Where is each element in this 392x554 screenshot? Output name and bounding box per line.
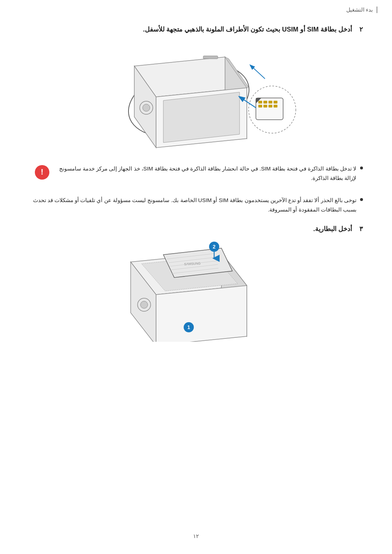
step-2-text: أدخل بطاقة SIM أو USIM بحيث تكون الأطراف… (143, 26, 352, 33)
svg-rect-12 (264, 105, 267, 107)
note-1-text-group: لا تدخل بطاقة الذاكرة في فتحة بطاقة SIM.… (50, 164, 363, 188)
step-2: ٢ أدخل بطاقة SIM أو USIM بحيث تكون الأطر… (29, 25, 363, 153)
page-number: ١٢ (0, 533, 392, 539)
step-3-title: ٣ أدخل البطارية. (29, 225, 363, 233)
page-header: بدء التشغيل (346, 7, 377, 13)
sim-illustration (94, 41, 298, 153)
svg-rect-8 (264, 101, 267, 103)
svg-point-29 (140, 301, 148, 308)
step-2-number: ٢ (359, 26, 363, 33)
step-3-text: أدخل البطارية. (313, 225, 352, 233)
note-2-item: توخى بالغ الحذر ألا تفقد أو تدع الآخرين … (29, 196, 363, 214)
note-1-item: لا تدخل بطاقة الذاكرة في فتحة بطاقة SIM.… (50, 164, 363, 182)
svg-rect-13 (269, 105, 272, 107)
battery-illustration-container: SAMSUNG 1 2 (29, 240, 363, 342)
svg-rect-14 (274, 105, 277, 107)
step-3: ٣ أدخل البطارية. SAM (29, 225, 363, 342)
note-1-bullet (360, 167, 363, 169)
note-1-container: لا تدخل بطاقة الذاكرة في فتحة بطاقة SIM.… (29, 164, 363, 188)
svg-rect-7 (258, 101, 262, 103)
header-label: بدء التشغيل (346, 7, 373, 13)
note-2-bullet (360, 198, 363, 201)
warning-icon: ! (34, 165, 50, 180)
battery-illustration: SAMSUNG 1 2 (102, 240, 290, 342)
note-2-text: توخى بالغ الحذر ألا تفقد أو تدع الآخرين … (29, 196, 356, 214)
notes-section: لا تدخل بطاقة الذاكرة في فتحة بطاقة SIM.… (29, 164, 363, 214)
sim-illustration-container (29, 41, 363, 153)
step-3-number: ٣ (359, 225, 363, 233)
svg-rect-11 (258, 105, 262, 107)
svg-rect-10 (274, 101, 277, 103)
svg-rect-9 (269, 101, 272, 103)
svg-rect-3 (203, 56, 218, 59)
svg-text:1: 1 (187, 324, 190, 330)
step-2-title: ٢ أدخل بطاقة SIM أو USIM بحيث تكون الأطر… (29, 25, 363, 33)
svg-text:!: ! (41, 167, 43, 176)
note-1-text: لا تدخل بطاقة الذاكرة في فتحة بطاقة SIM.… (50, 164, 356, 182)
svg-point-2 (143, 104, 150, 111)
svg-text:2: 2 (213, 244, 216, 250)
